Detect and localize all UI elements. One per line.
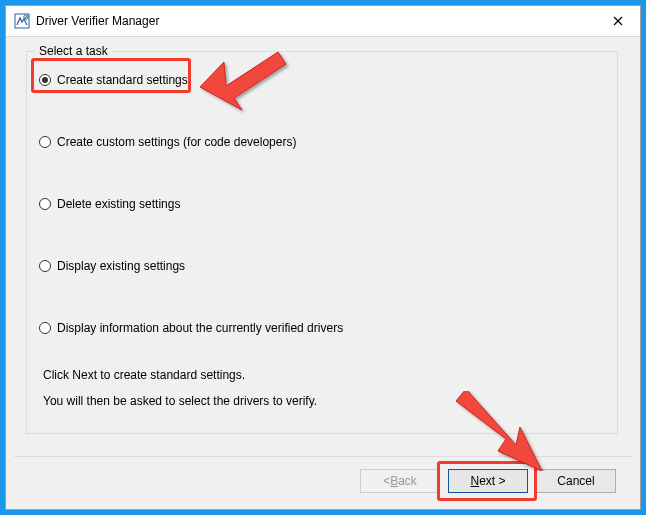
- radio-display-info[interactable]: Display information about the currently …: [39, 318, 605, 338]
- back-button: < Back: [360, 469, 440, 493]
- cancel-button[interactable]: Cancel: [536, 469, 616, 493]
- title-bar: Driver Verifier Manager: [6, 6, 640, 37]
- window-title: Driver Verifier Manager: [36, 14, 595, 28]
- radio-icon: [39, 74, 51, 86]
- radio-display-existing[interactable]: Display existing settings: [39, 256, 605, 276]
- radio-label: Create custom settings (for code develop…: [57, 135, 296, 149]
- dialog-window: Driver Verifier Manager Select a task Cr…: [5, 5, 641, 510]
- wizard-buttons: < Back Next > Cancel: [360, 469, 616, 493]
- content-area: Select a task Create standard settings C…: [6, 37, 640, 509]
- next-button[interactable]: Next >: [448, 469, 528, 493]
- radio-icon: [39, 136, 51, 148]
- app-icon: [14, 13, 30, 29]
- radio-label: Display existing settings: [57, 259, 185, 273]
- radio-label: Display information about the currently …: [57, 321, 343, 335]
- task-panel: Select a task Create standard settings C…: [26, 51, 618, 434]
- radio-delete-existing[interactable]: Delete existing settings: [39, 194, 605, 214]
- radio-label: Create standard settings: [57, 73, 188, 87]
- radio-icon: [39, 260, 51, 272]
- close-button[interactable]: [595, 6, 640, 36]
- radio-icon: [39, 198, 51, 210]
- panel-heading: Select a task: [35, 44, 112, 58]
- radio-icon: [39, 322, 51, 334]
- separator: [14, 456, 632, 457]
- hint-text: Click Next to create standard settings. …: [43, 365, 317, 411]
- radio-create-standard[interactable]: Create standard settings: [39, 70, 605, 90]
- hint-line: You will then be asked to select the dri…: [43, 391, 317, 411]
- hint-line: Click Next to create standard settings.: [43, 365, 317, 385]
- radio-create-custom[interactable]: Create custom settings (for code develop…: [39, 132, 605, 152]
- radio-label: Delete existing settings: [57, 197, 180, 211]
